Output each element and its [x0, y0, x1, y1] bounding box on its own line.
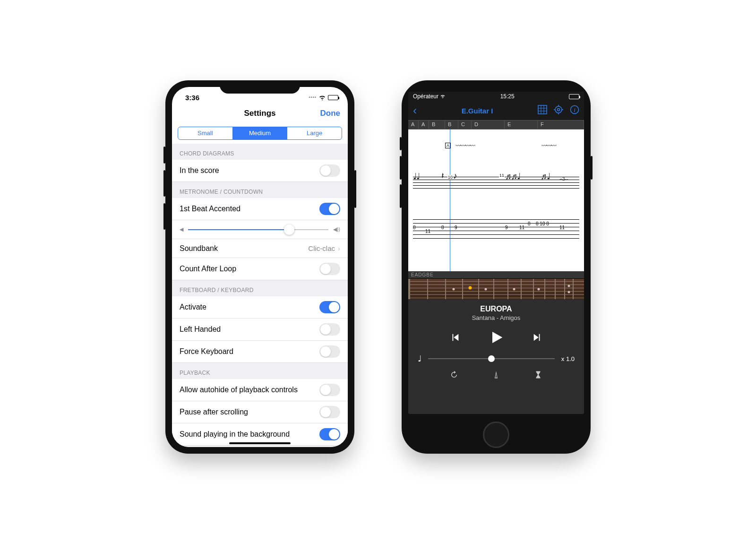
- svg-point-5: [555, 106, 562, 113]
- fretboard-view[interactable]: [408, 278, 584, 299]
- home-button[interactable]: [483, 422, 509, 448]
- battery-icon: [328, 95, 338, 100]
- cellular-dots-icon: ••••: [309, 95, 317, 100]
- loop-icon[interactable]: [450, 370, 458, 381]
- marker-item[interactable]: A: [408, 121, 419, 129]
- wifi-icon: [318, 94, 326, 102]
- row-first-beat[interactable]: 1st Beat Accented: [172, 198, 348, 220]
- status-time: 15:25: [500, 93, 515, 100]
- toggle-autohide[interactable]: [319, 384, 340, 396]
- section-header-fretboard: FRETBOARD / KEYBOARD: [172, 280, 348, 296]
- score-section-marker: A: [445, 143, 451, 148]
- speaker-high-icon: ◀)): [333, 226, 340, 233]
- phone-player: Opérateur 15:25 ‹ E.Guitar I: [402, 80, 591, 454]
- svg-rect-0: [538, 105, 547, 114]
- countdown-icon[interactable]: [534, 370, 542, 381]
- next-button[interactable]: [532, 332, 542, 345]
- marker-item[interactable]: B: [429, 121, 445, 129]
- toggle-background-sound[interactable]: [319, 428, 340, 440]
- vibrato-icon: 〰〰〰〰: [455, 143, 474, 149]
- status-bar: Opérateur 15:25: [408, 92, 584, 101]
- row-in-score[interactable]: In the score: [172, 160, 348, 182]
- segment-large[interactable]: Large: [287, 127, 342, 139]
- fretboard-icon[interactable]: [538, 105, 547, 116]
- soundbank-value: Clic-clac: [308, 244, 335, 252]
- marker-item[interactable]: B: [445, 121, 458, 129]
- tuning-label: EADGBE: [408, 271, 584, 278]
- volume-slider[interactable]: [188, 229, 328, 230]
- gear-icon[interactable]: [554, 105, 563, 116]
- score-view[interactable]: A 〰〰〰〰 〰〰〰 ♩♩ 𝄽 10 ♪ 11 ♬♬♩ ♬♩ ⌢3⌣ 8 11 …: [408, 129, 584, 271]
- marker-item[interactable]: E: [505, 121, 538, 129]
- navbar: Settings Done: [172, 104, 348, 123]
- toggle-pause-scroll[interactable]: [319, 406, 340, 418]
- row-soundbank[interactable]: Soundbank Clic-clac ›: [172, 239, 348, 258]
- svg-point-6: [558, 109, 560, 111]
- row-autohide[interactable]: Allow autohide of playback controls: [172, 379, 348, 401]
- segment-small[interactable]: Small: [178, 127, 232, 139]
- segment-medium[interactable]: Medium: [232, 127, 287, 139]
- carrier-label: Opérateur: [413, 93, 438, 100]
- tab-staff: 8 11 8 9 9 11 8 8 10 8 11: [413, 219, 579, 238]
- marker-item[interactable]: D: [472, 121, 505, 129]
- done-button[interactable]: Done: [320, 109, 341, 118]
- song-artist: Santana - Amigos: [472, 314, 521, 321]
- section-header-chord: CHORD DIAGRAMS: [172, 144, 348, 160]
- wifi-icon: [440, 93, 446, 100]
- toggle-left-handed[interactable]: [319, 323, 340, 336]
- size-segmented-control[interactable]: Small Medium Large: [178, 127, 342, 140]
- metronome-icon[interactable]: [492, 370, 500, 381]
- section-header-interface: INTERFACE: [172, 446, 348, 447]
- home-indicator: [229, 442, 291, 444]
- track-title: E.Guitar I: [462, 107, 493, 115]
- status-time: 3:36: [185, 94, 199, 102]
- section-header-playback: PLAYBACK: [172, 363, 348, 379]
- speed-label: x 1.0: [561, 355, 575, 362]
- row-count-after-loop[interactable]: Count After Loop: [172, 258, 348, 280]
- notch: [220, 80, 300, 94]
- settings-list: CHORD DIAGRAMS In the score METRONOME / …: [172, 144, 348, 447]
- toggle-activate[interactable]: [319, 301, 340, 313]
- vibrato-icon: 〰〰〰: [541, 143, 556, 149]
- player-panel: EUROPA Santana - Amigos ♩ x 1.0: [408, 299, 584, 414]
- row-pause-scroll[interactable]: Pause after scrolling: [172, 401, 348, 423]
- phone-settings: 3:36 •••• Settings Done Small Medium Lar…: [165, 80, 354, 454]
- section-header-metronome: METRONOME / COUNTDOWN: [172, 182, 348, 198]
- page-title: Settings: [244, 109, 275, 118]
- row-left-handed[interactable]: Left Handed: [172, 319, 348, 341]
- back-button[interactable]: ‹: [413, 104, 417, 117]
- prev-button[interactable]: [450, 332, 460, 345]
- toggle-count-after-loop[interactable]: [319, 263, 340, 275]
- music-staff: ♩♩ 𝄽 10 ♪ 11 ♬♬♩ ♬♩ ⌢3⌣: [413, 177, 579, 191]
- toggle-force-keyboard[interactable]: [319, 345, 340, 358]
- play-button[interactable]: [489, 330, 504, 347]
- section-markers[interactable]: A A B B C D E F: [408, 120, 584, 129]
- speaker-low-icon: ◀: [180, 226, 183, 233]
- song-title: EUROPA: [480, 305, 512, 313]
- row-volume-slider[interactable]: ◀ ◀)): [172, 220, 348, 239]
- toggle-first-beat[interactable]: [319, 203, 340, 215]
- playhead[interactable]: [450, 129, 450, 271]
- info-icon[interactable]: i: [570, 105, 579, 116]
- marker-item[interactable]: A: [419, 121, 429, 129]
- row-force-keyboard[interactable]: Force Keyboard: [172, 341, 348, 363]
- toggle-in-score[interactable]: [319, 164, 340, 177]
- active-note-dot: [469, 286, 472, 290]
- chevron-right-icon: ›: [338, 244, 340, 252]
- navbar: ‹ E.Guitar I i: [408, 101, 584, 120]
- row-activate[interactable]: Activate: [172, 296, 348, 319]
- tempo-note-icon: ♩: [418, 353, 421, 364]
- battery-icon: [569, 94, 579, 99]
- svg-text:i: i: [574, 106, 576, 113]
- marker-item[interactable]: F: [538, 121, 584, 129]
- marker-item[interactable]: C: [458, 121, 472, 129]
- speed-slider[interactable]: [428, 358, 555, 359]
